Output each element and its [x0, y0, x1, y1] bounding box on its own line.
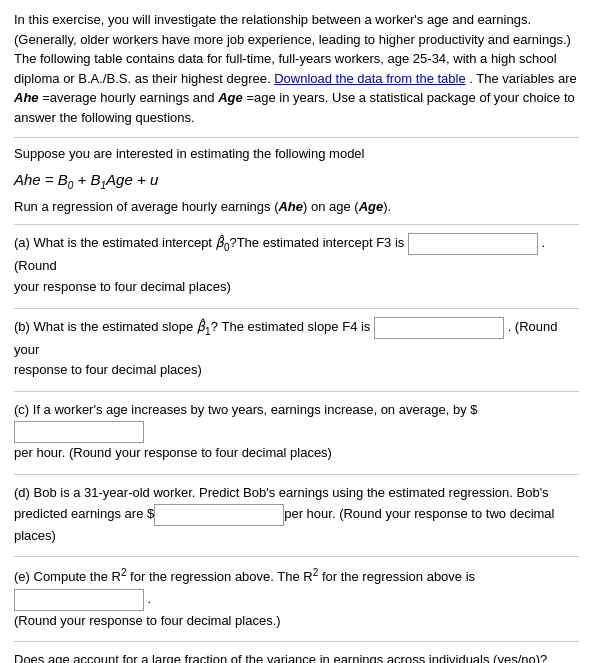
question-f-block: Does age account for a large fraction of…	[14, 650, 579, 663]
equation-section: Ahe = B0 + B1Age + u	[14, 171, 579, 191]
qe-round-text: (Round your response to four decimal pla…	[14, 611, 579, 632]
intro-text3: =average hourly earnings and	[42, 90, 214, 105]
suppose-text: Suppose you are interested in estimating…	[14, 146, 579, 161]
divider6	[14, 556, 579, 557]
intro-paragraph: In this exercise, you will investigate t…	[14, 10, 579, 127]
question-a-block: (a) What is the estimated intercept β̂0?…	[14, 233, 579, 298]
qb-label: (b) What is the estimated slope β̂1? The…	[14, 319, 370, 334]
qd-text2: predicted earnings are $per hour. (Round…	[14, 504, 579, 547]
qd-input[interactable]	[154, 504, 284, 526]
qe-input[interactable]	[14, 589, 144, 611]
divider3	[14, 308, 579, 309]
qc-text: (c) If a worker's age increases by two y…	[14, 400, 579, 443]
qa-text2: your response to four decimal places)	[14, 277, 579, 298]
divider4	[14, 391, 579, 392]
intro-age: Age	[218, 90, 243, 105]
qc-text2: per hour. (Round your response to four d…	[14, 443, 579, 464]
divider1	[14, 137, 579, 138]
question-d-block: (d) Bob is a 31-year-old worker. Predict…	[14, 483, 579, 547]
run-regression-text: Run a regression of average hourly earni…	[14, 199, 579, 214]
question-e-block: (e) Compute the R2 for the regression ab…	[14, 565, 579, 631]
suppose-section: Suppose you are interested in estimating…	[14, 146, 579, 161]
qa-input[interactable]	[408, 233, 538, 255]
qd-text1: (d) Bob is a 31-year-old worker. Predict…	[14, 483, 579, 504]
qe-text: (e) Compute the R2 for the regression ab…	[14, 565, 579, 610]
divider7	[14, 641, 579, 642]
qb-input[interactable]	[374, 317, 504, 339]
qa-label: (a) What is the estimated intercept β̂0?…	[14, 235, 404, 250]
divider2	[14, 224, 579, 225]
qf-text: Does age account for a large fraction of…	[14, 650, 579, 663]
qb-text: (b) What is the estimated slope β̂1? The…	[14, 317, 579, 361]
qb-text2: response to four decimal places)	[14, 360, 579, 381]
intro-ahe: Ahe	[14, 90, 39, 105]
question-b-block: (b) What is the estimated slope β̂1? The…	[14, 317, 579, 382]
qa-text: (a) What is the estimated intercept β̂0?…	[14, 233, 579, 277]
intro-text2: . The variables are	[469, 71, 576, 86]
divider5	[14, 474, 579, 475]
download-link[interactable]: Download the data from the table	[274, 71, 466, 86]
question-c-block: (c) If a worker's age increases by two y…	[14, 400, 579, 464]
qc-input[interactable]	[14, 421, 144, 443]
run-regression-section: Run a regression of average hourly earni…	[14, 199, 579, 214]
equation-display: Ahe = B0 + B1Age + u	[14, 171, 158, 188]
